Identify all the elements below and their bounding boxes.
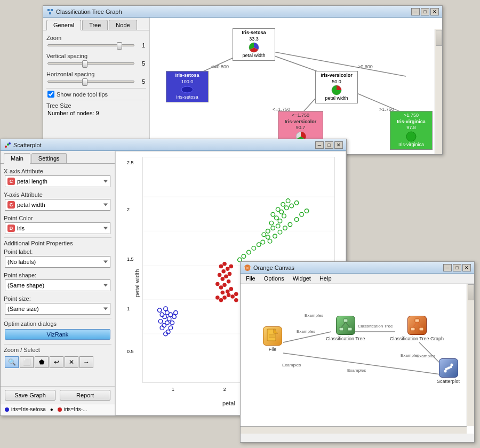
point-size-value: (Same size) — [7, 306, 39, 312]
point-color-select-wrapper: D iris — [1, 222, 115, 236]
undo-btn[interactable]: ↩ — [50, 356, 63, 368]
y-label-2.5: 2.5 — [127, 160, 134, 165]
y-label-1.5: 1.5 — [127, 257, 134, 262]
scatterplot-node[interactable]: Scatterplot — [437, 358, 460, 384]
orange-canvas-area[interactable]: Examples Classification Tree Examples Ex… — [241, 284, 474, 434]
scatter-maximize-btn[interactable]: □ — [325, 141, 333, 149]
y-label-2: 2 — [127, 207, 130, 212]
mid-right-node[interactable]: >1.750 Iris-virginica 97.8 Iris-virginic… — [390, 111, 433, 150]
svg-text:<=0.800: <=0.800 — [211, 64, 229, 69]
undo-icon: ↩ — [54, 358, 59, 366]
classification-tree-titlebar[interactable]: Classification Tree Graph ─ □ ✕ — [43, 6, 442, 18]
conn-label-examples-2: Examples — [282, 363, 301, 367]
menu-file[interactable]: File — [244, 275, 258, 282]
y-axis-value: petal width — [17, 202, 45, 208]
svg-point-124 — [449, 366, 452, 369]
show-tooltips-row: Show node tool tips — [43, 90, 149, 99]
scatter-close-btn[interactable]: ✕ — [334, 141, 343, 149]
svg-point-13 — [181, 86, 193, 93]
oc-close-btn[interactable]: ✕ — [462, 264, 471, 271]
conn-label-examples-1: Examples — [305, 313, 323, 318]
root-node[interactable]: Iris-setosa 33.3 petal width — [233, 28, 275, 61]
svg-line-119 — [417, 322, 421, 327]
scatterplot-window-controls: ─ □ ✕ — [315, 141, 343, 149]
ctree-label: Classification Tree — [326, 336, 365, 341]
svg-point-77 — [281, 202, 285, 206]
menu-options[interactable]: Options — [262, 275, 286, 282]
svg-rect-112 — [348, 327, 352, 331]
svg-point-70 — [275, 216, 279, 220]
scatterplot-titlebar[interactable]: Scatterplot ─ □ ✕ — [1, 139, 346, 151]
file-node[interactable]: File — [263, 326, 282, 352]
oc-scroll-thumb[interactable] — [468, 284, 474, 300]
svg-point-32 — [158, 319, 163, 324]
point-size-select[interactable]: (Same size) — [5, 303, 110, 315]
tree-scroll-thumb[interactable] — [436, 30, 442, 46]
svg-point-92 — [247, 250, 251, 254]
svg-rect-117 — [419, 327, 423, 331]
point-color-select[interactable]: D iris — [5, 222, 110, 234]
orange-canvas-titlebar[interactable]: OO Orange Canvas ─ □ ✕ — [241, 262, 474, 274]
svg-text:Examples: Examples — [347, 368, 366, 373]
save-graph-button[interactable]: Save Graph — [5, 390, 55, 401]
left-node[interactable]: Iris-setosa 100.0 Iris-setosa — [166, 71, 209, 102]
minimize-btn[interactable]: ─ — [411, 8, 420, 15]
show-tooltips-checkbox[interactable] — [47, 91, 54, 98]
svg-point-82 — [268, 239, 272, 243]
horizontal-spacing-slider[interactable] — [47, 81, 134, 83]
y-axis-badge: C — [7, 201, 15, 209]
maximize-btn[interactable]: □ — [421, 8, 429, 15]
oc-maximize-btn[interactable]: □ — [453, 264, 461, 271]
ctree-graph-node[interactable]: Classification Tree Graph — [390, 316, 444, 341]
svg-point-95 — [261, 240, 265, 244]
point-label-select[interactable]: (No labels) — [5, 256, 110, 268]
tab-tree[interactable]: Tree — [82, 20, 108, 30]
svg-point-47 — [226, 290, 230, 294]
oc-scrollbar-v[interactable] — [467, 284, 474, 426]
svg-point-89 — [305, 209, 309, 213]
zoom-slider[interactable] — [47, 44, 134, 46]
menu-widget[interactable]: Widget — [291, 275, 313, 282]
scatter-tab-settings[interactable]: Settings — [31, 153, 67, 163]
y-axis-select[interactable]: C petal width — [5, 199, 110, 211]
close-btn[interactable]: ✕ — [430, 8, 439, 15]
point-color-arrow-icon — [103, 227, 108, 230]
svg-point-58 — [226, 267, 230, 271]
mid-node[interactable]: Iris-versicolor 50.0 petal width — [315, 71, 358, 103]
vertical-spacing-slider[interactable] — [47, 62, 134, 65]
x-axis-value: petal length — [17, 178, 47, 185]
scatter-tab-main[interactable]: Main — [4, 153, 30, 164]
x-label-2: 2 — [223, 387, 226, 392]
file-icon — [263, 326, 282, 346]
rect-select-icon: ⬜ — [23, 358, 31, 366]
rect-select-btn[interactable]: ⬜ — [20, 356, 34, 368]
send-btn[interactable]: → — [79, 356, 93, 368]
x-axis-select[interactable]: C petal length — [5, 175, 110, 187]
optimization-label: Optimization dialogs — [4, 321, 115, 327]
vizrank-button[interactable]: VizRank — [5, 329, 110, 340]
remove-btn[interactable]: ✕ — [65, 356, 78, 368]
scatter-minimize-btn[interactable]: ─ — [315, 141, 324, 149]
classification-tree-node[interactable]: Classification Tree — [326, 316, 365, 341]
tree-scrollbar-v[interactable] — [435, 29, 442, 154]
polygon-select-btn[interactable]: ⬟ — [35, 356, 49, 368]
report-button[interactable]: Report — [60, 390, 110, 401]
oc-minimize-btn[interactable]: ─ — [443, 264, 452, 271]
setosa-dot — [5, 407, 9, 412]
point-shape-arrow-icon — [103, 284, 108, 287]
tab-general[interactable]: General — [46, 20, 81, 30]
point-color-label: Point Color — [4, 215, 115, 221]
menu-help[interactable]: Help — [317, 275, 334, 282]
num-nodes-value: 9 — [96, 110, 99, 116]
oc-scrollbar-h[interactable] — [241, 426, 467, 434]
svg-rect-2 — [49, 12, 51, 14]
y-axis-select-wrapper: C petal width — [1, 199, 115, 213]
point-size-arrow-icon — [103, 308, 108, 310]
point-shape-select[interactable]: (Same shape) — [5, 279, 110, 291]
svg-point-71 — [282, 214, 286, 218]
zoom-tool-btn[interactable]: 🔍 — [5, 356, 19, 368]
svg-point-33 — [167, 317, 171, 321]
tab-node[interactable]: Node — [109, 20, 137, 30]
svg-point-74 — [276, 207, 280, 212]
point-shape-value: (Same shape) — [7, 282, 44, 289]
